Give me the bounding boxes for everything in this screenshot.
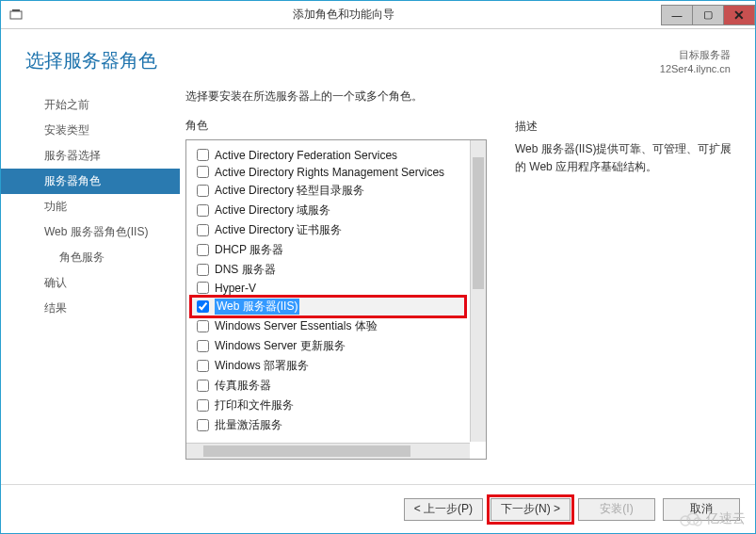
app-icon <box>7 6 25 24</box>
window-title: 添加角色和功能向导 <box>25 7 662 23</box>
role-item[interactable]: 打印和文件服务 <box>191 396 465 415</box>
role-label: Active Directory 轻型目录服务 <box>215 183 364 199</box>
role-checkbox[interactable] <box>197 264 209 276</box>
role-label: Active Directory 证书服务 <box>215 222 342 238</box>
role-item[interactable]: Active Directory 域服务 <box>191 201 465 220</box>
role-item[interactable]: Windows 部署服务 <box>191 356 465 376</box>
close-button[interactable]: ✕ <box>723 5 755 25</box>
sidebar-item[interactable]: 角色服务 <box>1 245 180 270</box>
role-item[interactable]: Web 服务器(IIS) <box>191 297 465 316</box>
role-checkbox[interactable] <box>197 282 209 294</box>
role-item[interactable]: 传真服务器 <box>191 376 465 396</box>
roles-list[interactable]: Active Directory Federation ServicesActi… <box>187 141 469 442</box>
titlebar: 添加角色和功能向导 — ▢ ✕ <box>1 1 755 29</box>
vertical-scrollbar[interactable] <box>470 140 486 442</box>
sidebar-item[interactable]: 确认 <box>1 270 180 296</box>
role-checkbox[interactable] <box>197 419 209 431</box>
role-checkbox[interactable] <box>197 244 209 256</box>
role-label: Active Directory Federation Services <box>215 149 397 162</box>
role-checkbox[interactable] <box>197 224 209 236</box>
role-label: DHCP 服务器 <box>215 242 283 258</box>
sidebar-item[interactable]: Web 服务器角色(IIS) <box>1 219 180 245</box>
role-checkbox[interactable] <box>197 300 209 313</box>
install-button: 安装(I) <box>578 498 655 521</box>
role-checkbox[interactable] <box>197 380 209 392</box>
destination-info: 目标服务器 12Ser4.ilync.cn <box>660 48 731 77</box>
role-item[interactable]: Active Directory Rights Management Servi… <box>191 164 465 181</box>
role-label: 传真服务器 <box>215 378 271 394</box>
sidebar-item[interactable]: 结果 <box>1 296 180 321</box>
role-checkbox[interactable] <box>197 204 209 217</box>
role-item[interactable]: Active Directory 证书服务 <box>191 220 465 240</box>
role-item[interactable]: Active Directory 轻型目录服务 <box>191 181 465 201</box>
sidebar-item[interactable]: 服务器选择 <box>1 143 180 169</box>
roles-listbox: Active Directory Federation ServicesActi… <box>185 139 487 460</box>
destination-label: 目标服务器 <box>660 48 731 62</box>
description-column: 描述 Web 服务器(IIS)提供可靠、可管理、可扩展的 Web 应用程序基础结… <box>515 89 740 480</box>
minimize-button[interactable]: — <box>661 5 693 25</box>
role-label: DNS 服务器 <box>215 262 276 278</box>
role-item[interactable]: Windows Server 更新服务 <box>191 336 465 356</box>
main-panel: 选择要安装在所选服务器上的一个或多个角色。 角色 Active Director… <box>180 85 755 480</box>
sidebar: 开始之前安装类型服务器选择服务器角色功能Web 服务器角色(IIS)角色服务确认… <box>1 85 180 480</box>
instruction-text: 选择要安装在所选服务器上的一个或多个角色。 <box>185 89 496 105</box>
role-item[interactable]: DHCP 服务器 <box>191 240 465 260</box>
role-label: Windows 部署服务 <box>215 358 309 374</box>
svg-rect-0 <box>10 11 22 19</box>
role-label: Active Directory Rights Management Servi… <box>215 166 444 179</box>
header: 选择服务器角色 目标服务器 12Ser4.ilync.cn <box>1 29 755 85</box>
description-label: 描述 <box>515 119 740 135</box>
footer: < 上一步(P) 下一步(N) > 安装(I) 取消 <box>1 484 755 533</box>
role-checkbox[interactable] <box>197 360 209 372</box>
role-label: Active Directory 域服务 <box>215 202 330 218</box>
destination-value: 12Ser4.ilync.cn <box>660 62 731 76</box>
role-label: 批量激活服务 <box>215 417 282 433</box>
content: 开始之前安装类型服务器选择服务器角色功能Web 服务器角色(IIS)角色服务确认… <box>1 85 755 480</box>
description-text: Web 服务器(IIS)提供可靠、可管理、可扩展的 Web 应用程序基础结构。 <box>515 140 740 176</box>
role-checkbox[interactable] <box>197 399 209 412</box>
role-item[interactable]: Hyper-V <box>191 280 465 297</box>
cancel-button[interactable]: 取消 <box>663 498 740 521</box>
role-checkbox[interactable] <box>197 149 209 161</box>
wizard-window: 添加角色和功能向导 — ▢ ✕ 选择服务器角色 目标服务器 12Ser4.ily… <box>0 0 756 534</box>
role-checkbox[interactable] <box>197 320 209 332</box>
maximize-button[interactable]: ▢ <box>692 5 724 25</box>
sidebar-item[interactable]: 服务器角色 <box>1 169 180 194</box>
page-title: 选择服务器角色 <box>25 48 157 73</box>
role-label: Hyper-V <box>215 282 256 295</box>
role-label: Windows Server 更新服务 <box>215 338 346 354</box>
role-item[interactable]: DNS 服务器 <box>191 260 465 280</box>
horizontal-scrollbar[interactable] <box>186 443 470 459</box>
sidebar-item[interactable]: 开始之前 <box>1 92 180 118</box>
window-controls: — ▢ ✕ <box>662 5 755 25</box>
sidebar-item[interactable]: 安装类型 <box>1 118 180 143</box>
role-checkbox[interactable] <box>197 185 209 197</box>
roles-column: 选择要安装在所选服务器上的一个或多个角色。 角色 Active Director… <box>185 89 496 480</box>
sidebar-item[interactable]: 功能 <box>1 194 180 219</box>
svg-rect-1 <box>12 9 20 11</box>
role-label: Windows Server Essentials 体验 <box>215 318 378 334</box>
next-button[interactable]: 下一步(N) > <box>491 498 571 521</box>
roles-label: 角色 <box>185 118 496 134</box>
previous-button[interactable]: < 上一步(P) <box>404 498 483 521</box>
role-label: Web 服务器(IIS) <box>215 299 299 315</box>
role-label: 打印和文件服务 <box>215 397 294 413</box>
role-item[interactable]: Windows Server Essentials 体验 <box>191 316 465 336</box>
role-checkbox[interactable] <box>197 340 209 352</box>
role-item[interactable]: Active Directory Federation Services <box>191 147 465 164</box>
role-item[interactable]: 批量激活服务 <box>191 415 465 435</box>
role-checkbox[interactable] <box>197 166 209 178</box>
